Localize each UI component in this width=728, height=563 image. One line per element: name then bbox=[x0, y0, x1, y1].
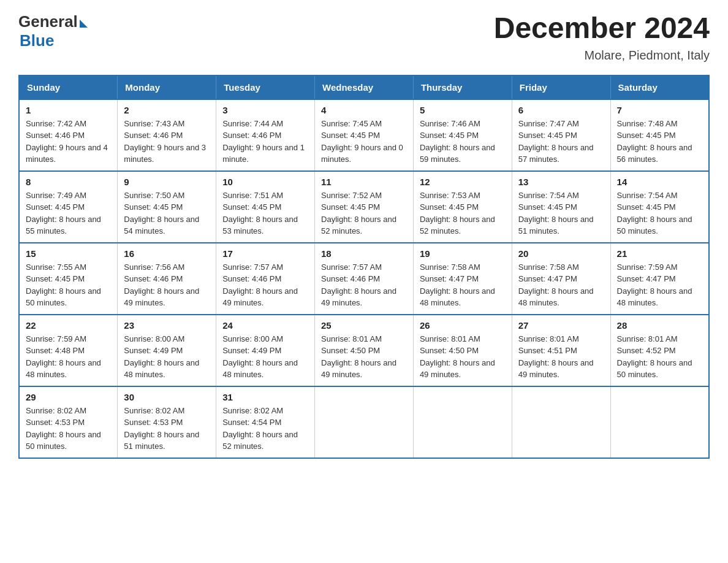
calendar-cell: 25Sunrise: 8:01 AMSunset: 4:50 PMDayligh… bbox=[315, 315, 414, 386]
day-number: 7 bbox=[617, 105, 702, 115]
day-number: 20 bbox=[518, 248, 604, 259]
day-info: Sunrise: 7:58 AMSunset: 4:47 PMDaylight:… bbox=[518, 262, 594, 308]
calendar-week-1: 1Sunrise: 7:42 AMSunset: 4:46 PMDaylight… bbox=[19, 99, 709, 171]
calendar-cell bbox=[610, 386, 709, 458]
day-info: Sunrise: 7:59 AMSunset: 4:48 PMDaylight:… bbox=[26, 334, 101, 380]
calendar-week-4: 22Sunrise: 7:59 AMSunset: 4:48 PMDayligh… bbox=[19, 315, 709, 386]
calendar-cell: 29Sunrise: 8:02 AMSunset: 4:53 PMDayligh… bbox=[19, 386, 118, 458]
day-number: 3 bbox=[222, 105, 308, 115]
day-number: 30 bbox=[124, 392, 210, 402]
day-info: Sunrise: 7:59 AMSunset: 4:47 PMDaylight:… bbox=[617, 262, 692, 308]
calendar-week-5: 29Sunrise: 8:02 AMSunset: 4:53 PMDayligh… bbox=[19, 386, 709, 458]
day-info: Sunrise: 8:02 AMSunset: 4:53 PMDaylight:… bbox=[26, 406, 101, 451]
calendar-cell: 12Sunrise: 7:53 AMSunset: 4:45 PMDayligh… bbox=[413, 171, 512, 243]
calendar-cell: 11Sunrise: 7:52 AMSunset: 4:45 PMDayligh… bbox=[315, 171, 414, 243]
day-info: Sunrise: 7:52 AMSunset: 4:45 PMDaylight:… bbox=[321, 191, 396, 236]
logo: General Blue bbox=[18, 12, 88, 50]
day-number: 28 bbox=[617, 320, 702, 331]
day-info: Sunrise: 7:51 AMSunset: 4:45 PMDaylight:… bbox=[222, 191, 298, 236]
day-number: 23 bbox=[124, 320, 210, 331]
day-info: Sunrise: 7:49 AMSunset: 4:45 PMDaylight:… bbox=[26, 191, 101, 236]
calendar-cell: 13Sunrise: 7:54 AMSunset: 4:45 PMDayligh… bbox=[512, 171, 610, 243]
day-number: 8 bbox=[26, 177, 111, 187]
day-info: Sunrise: 8:00 AMSunset: 4:49 PMDaylight:… bbox=[124, 334, 199, 380]
day-info: Sunrise: 7:50 AMSunset: 4:45 PMDaylight:… bbox=[124, 191, 199, 236]
day-number: 6 bbox=[518, 105, 604, 115]
header-tuesday: Tuesday bbox=[216, 75, 315, 99]
header-saturday: Saturday bbox=[610, 75, 709, 99]
calendar-header-row: SundayMondayTuesdayWednesdayThursdayFrid… bbox=[19, 75, 709, 99]
calendar-cell: 18Sunrise: 7:57 AMSunset: 4:46 PMDayligh… bbox=[315, 243, 414, 315]
calendar-cell: 5Sunrise: 7:46 AMSunset: 4:45 PMDaylight… bbox=[413, 99, 512, 171]
day-info: Sunrise: 7:54 AMSunset: 4:45 PMDaylight:… bbox=[617, 191, 692, 236]
day-info: Sunrise: 7:55 AMSunset: 4:45 PMDaylight:… bbox=[26, 262, 101, 308]
calendar-cell: 17Sunrise: 7:57 AMSunset: 4:46 PMDayligh… bbox=[216, 243, 315, 315]
calendar-week-3: 15Sunrise: 7:55 AMSunset: 4:45 PMDayligh… bbox=[19, 243, 709, 315]
calendar-cell: 23Sunrise: 8:00 AMSunset: 4:49 PMDayligh… bbox=[118, 315, 216, 386]
day-info: Sunrise: 7:48 AMSunset: 4:45 PMDaylight:… bbox=[617, 119, 692, 164]
calendar-cell: 3Sunrise: 7:44 AMSunset: 4:46 PMDaylight… bbox=[216, 99, 315, 171]
calendar-cell: 7Sunrise: 7:48 AMSunset: 4:45 PMDaylight… bbox=[610, 99, 709, 171]
day-info: Sunrise: 7:45 AMSunset: 4:45 PMDaylight:… bbox=[321, 119, 403, 164]
day-info: Sunrise: 8:02 AMSunset: 4:54 PMDaylight:… bbox=[222, 406, 298, 451]
day-number: 31 bbox=[222, 392, 308, 402]
day-number: 29 bbox=[26, 392, 111, 402]
calendar-cell: 26Sunrise: 8:01 AMSunset: 4:50 PMDayligh… bbox=[413, 315, 512, 386]
calendar-cell: 16Sunrise: 7:56 AMSunset: 4:46 PMDayligh… bbox=[118, 243, 216, 315]
calendar-cell: 19Sunrise: 7:58 AMSunset: 4:47 PMDayligh… bbox=[413, 243, 512, 315]
logo-triangle-icon bbox=[80, 20, 88, 28]
calendar-cell: 20Sunrise: 7:58 AMSunset: 4:47 PMDayligh… bbox=[512, 243, 610, 315]
day-info: Sunrise: 7:58 AMSunset: 4:47 PMDaylight:… bbox=[420, 262, 495, 308]
day-number: 27 bbox=[518, 320, 604, 331]
calendar-cell: 4Sunrise: 7:45 AMSunset: 4:45 PMDaylight… bbox=[315, 99, 414, 171]
calendar-cell: 9Sunrise: 7:50 AMSunset: 4:45 PMDaylight… bbox=[118, 171, 216, 243]
calendar-cell: 14Sunrise: 7:54 AMSunset: 4:45 PMDayligh… bbox=[610, 171, 709, 243]
calendar-cell: 1Sunrise: 7:42 AMSunset: 4:46 PMDaylight… bbox=[19, 99, 118, 171]
day-number: 4 bbox=[321, 105, 407, 115]
day-info: Sunrise: 7:57 AMSunset: 4:46 PMDaylight:… bbox=[321, 262, 396, 308]
day-number: 11 bbox=[321, 177, 407, 187]
calendar-cell: 6Sunrise: 7:47 AMSunset: 4:45 PMDaylight… bbox=[512, 99, 610, 171]
day-info: Sunrise: 8:01 AMSunset: 4:52 PMDaylight:… bbox=[617, 334, 692, 380]
day-info: Sunrise: 8:02 AMSunset: 4:53 PMDaylight:… bbox=[124, 406, 199, 451]
header-monday: Monday bbox=[118, 75, 216, 99]
day-info: Sunrise: 8:01 AMSunset: 4:50 PMDaylight:… bbox=[321, 334, 396, 380]
day-number: 22 bbox=[26, 320, 111, 331]
day-info: Sunrise: 8:01 AMSunset: 4:50 PMDaylight:… bbox=[420, 334, 495, 380]
calendar-cell: 30Sunrise: 8:02 AMSunset: 4:53 PMDayligh… bbox=[118, 386, 216, 458]
day-info: Sunrise: 7:46 AMSunset: 4:45 PMDaylight:… bbox=[420, 119, 495, 164]
day-info: Sunrise: 7:53 AMSunset: 4:45 PMDaylight:… bbox=[420, 191, 495, 236]
day-info: Sunrise: 7:44 AMSunset: 4:46 PMDaylight:… bbox=[222, 119, 305, 164]
calendar-cell: 31Sunrise: 8:02 AMSunset: 4:54 PMDayligh… bbox=[216, 386, 315, 458]
day-number: 1 bbox=[26, 105, 111, 115]
calendar-cell: 10Sunrise: 7:51 AMSunset: 4:45 PMDayligh… bbox=[216, 171, 315, 243]
calendar-table: SundayMondayTuesdayWednesdayThursdayFrid… bbox=[18, 75, 710, 459]
calendar-cell bbox=[413, 386, 512, 458]
calendar-cell: 2Sunrise: 7:43 AMSunset: 4:46 PMDaylight… bbox=[118, 99, 216, 171]
day-number: 14 bbox=[617, 177, 702, 187]
logo-text-blue: Blue bbox=[20, 31, 88, 50]
day-number: 26 bbox=[420, 320, 506, 331]
day-info: Sunrise: 7:43 AMSunset: 4:46 PMDaylight:… bbox=[124, 119, 206, 164]
day-info: Sunrise: 7:47 AMSunset: 4:45 PMDaylight:… bbox=[518, 119, 594, 164]
header-wednesday: Wednesday bbox=[315, 75, 414, 99]
day-number: 9 bbox=[124, 177, 210, 187]
day-number: 2 bbox=[124, 105, 210, 115]
day-info: Sunrise: 7:57 AMSunset: 4:46 PMDaylight:… bbox=[222, 262, 298, 308]
header-friday: Friday bbox=[512, 75, 610, 99]
day-number: 18 bbox=[321, 248, 407, 259]
calendar-cell: 28Sunrise: 8:01 AMSunset: 4:52 PMDayligh… bbox=[610, 315, 709, 386]
calendar-cell bbox=[315, 386, 414, 458]
calendar-cell bbox=[512, 386, 610, 458]
calendar-cell: 8Sunrise: 7:49 AMSunset: 4:45 PMDaylight… bbox=[19, 171, 118, 243]
day-number: 10 bbox=[222, 177, 308, 187]
header-thursday: Thursday bbox=[413, 75, 512, 99]
calendar-cell: 27Sunrise: 8:01 AMSunset: 4:51 PMDayligh… bbox=[512, 315, 610, 386]
page-header: General Blue December 2024 Molare, Piedm… bbox=[18, 12, 710, 63]
day-number: 25 bbox=[321, 320, 407, 331]
day-number: 19 bbox=[420, 248, 506, 259]
calendar-cell: 22Sunrise: 7:59 AMSunset: 4:48 PMDayligh… bbox=[19, 315, 118, 386]
calendar-cell: 15Sunrise: 7:55 AMSunset: 4:45 PMDayligh… bbox=[19, 243, 118, 315]
title-area: December 2024 Molare, Piedmont, Italy bbox=[494, 12, 710, 63]
day-number: 15 bbox=[26, 248, 111, 259]
